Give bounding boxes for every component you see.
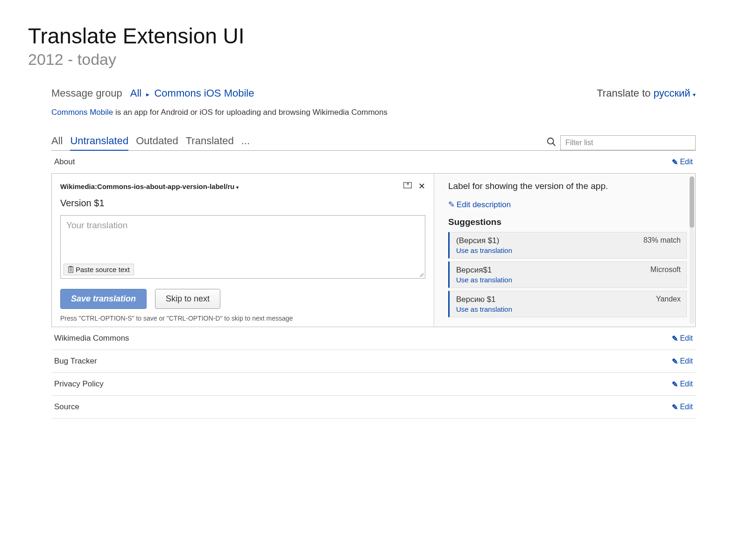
edit-link[interactable]: ✎Edit — [672, 380, 693, 389]
suggestion-meta: 83% match — [643, 236, 681, 245]
list-item[interactable]: Source ✎Edit — [51, 396, 696, 419]
skip-button[interactable]: Skip to next — [155, 289, 220, 309]
expand-icon[interactable] — [403, 182, 412, 191]
edit-description-link[interactable]: ✎Edit description — [448, 200, 687, 210]
list-item[interactable]: About ✎Edit — [51, 151, 696, 174]
list-item[interactable]: Wikimedia Commons ✎Edit — [51, 327, 696, 350]
message-key-dropdown[interactable]: Wikimedia:Commons-ios-about-app-version-… — [60, 182, 239, 190]
suggestions-heading: Suggestions — [448, 217, 687, 227]
editor-panel: Wikimedia:Commons-ios-about-app-version-… — [51, 173, 696, 327]
svg-point-0 — [548, 138, 554, 144]
use-suggestion-link[interactable]: Use as translation — [456, 246, 681, 254]
edit-link[interactable]: ✎Edit — [672, 334, 693, 343]
tab-all[interactable]: All — [51, 135, 63, 150]
group-current-link[interactable]: Commons iOS Mobile — [154, 87, 254, 99]
suggestion-item: Версия$1Microsoft Use as translation — [448, 261, 687, 288]
use-suggestion-link[interactable]: Use as translation — [456, 305, 681, 313]
list-item[interactable]: Bug Tracker ✎Edit — [51, 350, 696, 373]
source-text: Version $1 — [60, 198, 425, 209]
message-group-breadcrumb: Message group All ▸ Commons iOS Mobile — [51, 87, 254, 99]
slide-subtitle: 2012 - today — [28, 50, 719, 69]
pencil-icon: ✎ — [672, 403, 678, 412]
suggestion-text: Версию $1 — [456, 295, 496, 304]
translation-box: Paste source text — [60, 215, 425, 279]
list-item-label: Bug Tracker — [54, 357, 97, 366]
tab-translated[interactable]: Translated — [186, 135, 234, 150]
search-icon — [546, 137, 557, 149]
tab-outdated[interactable]: Outdated — [136, 135, 178, 150]
pencil-icon: ✎ — [672, 357, 678, 366]
chevron-down-icon: ▾ — [236, 185, 239, 190]
suggestion-meta: Microsoft — [650, 266, 681, 275]
scrollbar-thumb[interactable] — [690, 176, 694, 228]
group-all-link[interactable]: All — [130, 87, 141, 99]
list-item-label: Wikimedia Commons — [54, 334, 129, 343]
paste-source-button[interactable]: Paste source text — [63, 264, 134, 275]
filter-input[interactable] — [560, 135, 696, 150]
pencil-icon: ✎ — [672, 334, 678, 343]
breadcrumb-separator-icon: ▸ — [146, 91, 149, 98]
list-item-label: About — [54, 157, 75, 167]
edit-link[interactable]: ✎Edit — [672, 403, 693, 412]
translate-to: Translate to русский ▾ — [597, 87, 696, 99]
group-description: Commons Mobile is an app for Android or … — [51, 108, 696, 117]
pencil-icon: ✎ — [448, 200, 455, 210]
language-selector[interactable]: русский ▾ — [654, 87, 696, 99]
svg-line-1 — [553, 143, 556, 146]
chevron-down-icon: ▾ — [691, 91, 696, 98]
save-button[interactable]: Save translation — [60, 289, 147, 309]
suggestion-item: Версию $1Yandex Use as translation — [448, 291, 687, 317]
list-item-label: Privacy Policy — [54, 379, 104, 389]
message-group-label: Message group — [51, 87, 122, 99]
tab-untranslated[interactable]: Untranslated — [70, 135, 128, 151]
suggestion-text: Версия$1 — [456, 266, 492, 275]
list-item[interactable]: Privacy Policy ✎Edit — [51, 373, 696, 396]
edit-link[interactable]: ✎Edit — [672, 357, 693, 366]
tab-more[interactable]: ... — [241, 135, 250, 150]
desc-link[interactable]: Commons Mobile — [51, 108, 113, 117]
edit-link[interactable]: ✎Edit — [672, 158, 693, 167]
slide-title: Translate Extension UI — [28, 23, 719, 49]
pencil-icon: ✎ — [672, 380, 678, 389]
svg-rect-2 — [404, 182, 412, 188]
suggestion-item: (Версия $1)83% match Use as translation — [448, 232, 687, 259]
scrollbar-track — [690, 176, 694, 324]
list-item-label: Source — [54, 402, 79, 412]
suggestion-text: (Версия $1) — [456, 236, 499, 245]
message-description: Label for showing the version of the app… — [448, 181, 687, 191]
resize-handle-icon[interactable] — [419, 272, 424, 278]
keyboard-hint: Press "CTRL-OPTION-S" to save or "CTRL-O… — [60, 315, 425, 322]
suggestion-meta: Yandex — [656, 295, 681, 304]
close-icon[interactable]: ✕ — [418, 181, 425, 191]
translate-to-label: Translate to — [597, 87, 650, 99]
use-suggestion-link[interactable]: Use as translation — [456, 276, 681, 284]
pencil-icon: ✎ — [672, 158, 678, 167]
